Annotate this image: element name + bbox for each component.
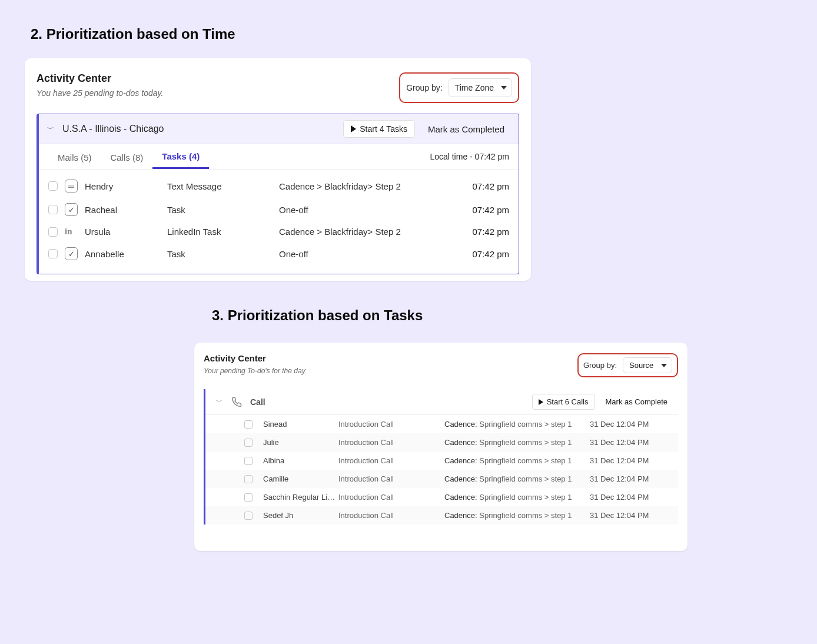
task-check-icon bbox=[65, 203, 78, 216]
contact-name: Annabelle bbox=[85, 249, 167, 259]
table-row: Camille Introduction Call Cadence: Sprin… bbox=[205, 470, 678, 488]
task-type: Text Message bbox=[167, 181, 279, 191]
group-by-select[interactable]: Time Zone bbox=[449, 78, 512, 97]
timezone-group-panel: ﹀ U.S.A - Illinois - Chicago Start 4 Tas… bbox=[36, 114, 519, 274]
call-rows: Sinead Introduction Call Cadence: Spring… bbox=[205, 415, 678, 525]
table-row: Annabelle Task One-off 07:42 pm bbox=[48, 242, 509, 265]
tab-tasks[interactable]: Tasks (4) bbox=[152, 144, 209, 169]
call-type: Introduction Call bbox=[338, 493, 444, 502]
cadence: One-off bbox=[279, 205, 456, 215]
chevron-down-icon[interactable]: ﹀ bbox=[45, 124, 57, 134]
mark-completed-button[interactable]: Mark as Completed bbox=[423, 121, 509, 138]
task-type: Task bbox=[167, 249, 279, 259]
timestamp: 31 Dec 12:04 PM bbox=[590, 438, 672, 447]
group-name: Call bbox=[250, 397, 532, 407]
timestamp: 31 Dec 12:04 PM bbox=[590, 493, 672, 502]
group-by-label: Group by: bbox=[583, 361, 617, 370]
row-checkbox[interactable] bbox=[244, 420, 253, 429]
task-rows: Hendry Text Message Cadence > Blackfrida… bbox=[39, 170, 519, 274]
group-by-highlight: Group by: Time Zone bbox=[399, 72, 519, 103]
contact-name: Racheal bbox=[85, 205, 167, 215]
cadence: Cadence > Blackfriday> Step 2 bbox=[279, 227, 456, 237]
call-type: Introduction Call bbox=[338, 438, 444, 447]
contact-name: Camille bbox=[256, 474, 338, 483]
play-icon bbox=[351, 125, 356, 132]
cadence: Cadence: Springfield comms > step 1 bbox=[444, 438, 590, 447]
local-time-label: Local time - 07:42 pm bbox=[430, 145, 509, 168]
row-checkbox[interactable] bbox=[48, 181, 58, 191]
cadence: Cadence: Springfield comms > step 1 bbox=[444, 493, 590, 502]
task-time: 07:42 pm bbox=[456, 227, 509, 237]
cadence: One-off bbox=[279, 249, 456, 259]
timestamp: 31 Dec 12:04 PM bbox=[590, 474, 672, 483]
start-calls-button[interactable]: Start 6 Calls bbox=[532, 394, 595, 410]
contact-name: Ursula bbox=[85, 227, 167, 237]
table-row: Racheal Task One-off 07:42 pm bbox=[48, 198, 509, 221]
card2-subtitle: Your pending To-do's for the day bbox=[204, 367, 305, 375]
cadence: Cadence: Springfield comms > step 1 bbox=[444, 511, 590, 520]
call-type: Introduction Call bbox=[338, 511, 444, 520]
chevron-down-icon bbox=[501, 86, 507, 89]
section-2-heading: 2. Prioritization based on Time bbox=[31, 26, 235, 42]
cadence: Cadence: Springfield comms > step 1 bbox=[444, 420, 590, 429]
source-group-panel: ﹀ Call Start 6 Calls Mark as Complete Si… bbox=[204, 389, 678, 525]
timestamp: 31 Dec 12:04 PM bbox=[590, 420, 672, 429]
row-checkbox[interactable] bbox=[244, 457, 253, 465]
task-time: 07:42 pm bbox=[456, 249, 509, 259]
group-by-select[interactable]: Source bbox=[623, 357, 672, 373]
tabs-row: Mails (5) Calls (8) Tasks (4) Local time… bbox=[39, 144, 519, 170]
play-icon bbox=[539, 399, 543, 405]
row-checkbox[interactable] bbox=[244, 512, 253, 520]
section-3-heading: 3. Prioritization based on Tasks bbox=[212, 307, 423, 324]
card1-title: Activity Center bbox=[36, 72, 163, 85]
table-row: Hendry Text Message Cadence > Blackfrida… bbox=[48, 174, 509, 198]
cadence: Cadence: Springfield comms > step 1 bbox=[444, 474, 590, 483]
chevron-down-icon[interactable]: ﹀ bbox=[212, 397, 225, 406]
task-type: Task bbox=[167, 205, 279, 215]
contact-name: Sedef Jh bbox=[256, 511, 338, 520]
table-row: in Ursula LinkedIn Task Cadence > Blackf… bbox=[48, 221, 509, 242]
row-checkbox[interactable] bbox=[48, 205, 58, 214]
call-type: Introduction Call bbox=[338, 456, 444, 465]
linkedin-icon: in bbox=[65, 227, 85, 237]
group-by-label: Group by: bbox=[406, 83, 442, 92]
contact-name: Hendry bbox=[85, 181, 167, 191]
card1-subtitle: You have 25 pending to-dos today. bbox=[36, 88, 163, 98]
task-type: LinkedIn Task bbox=[167, 227, 279, 237]
contact-name: Albina bbox=[256, 456, 338, 465]
group-by-value: Time Zone bbox=[455, 83, 494, 92]
chevron-down-icon bbox=[661, 364, 667, 367]
tab-calls[interactable]: Calls (8) bbox=[101, 145, 153, 168]
task-time: 07:42 pm bbox=[456, 181, 509, 191]
contact-name: Sacchin Regular Link... bbox=[256, 493, 338, 502]
row-checkbox[interactable] bbox=[48, 249, 58, 258]
cadence: Cadence: Springfield comms > step 1 bbox=[444, 456, 590, 465]
row-checkbox[interactable] bbox=[48, 227, 58, 237]
timestamp: 31 Dec 12:04 PM bbox=[590, 456, 672, 465]
table-row: Julie Introduction Call Cadence: Springf… bbox=[205, 433, 678, 452]
phone-icon bbox=[231, 397, 242, 407]
tab-mails[interactable]: Mails (5) bbox=[48, 145, 101, 168]
call-type: Introduction Call bbox=[338, 420, 444, 429]
start-tasks-button[interactable]: Start 4 Tasks bbox=[343, 120, 415, 138]
text-message-icon bbox=[65, 180, 78, 192]
row-checkbox[interactable] bbox=[244, 439, 253, 447]
timestamp: 31 Dec 12:04 PM bbox=[590, 511, 672, 520]
row-checkbox[interactable] bbox=[244, 493, 253, 502]
task-time: 07:42 pm bbox=[456, 205, 509, 215]
task-check-icon bbox=[65, 247, 78, 260]
table-row: Albina Introduction Call Cadence: Spring… bbox=[205, 452, 678, 470]
mark-complete-button[interactable]: Mark as Complete bbox=[601, 394, 672, 409]
row-checkbox[interactable] bbox=[244, 475, 253, 483]
activity-center-card-tasks: Activity Center Your pending To-do's for… bbox=[194, 343, 688, 551]
table-row: Sacchin Regular Link... Introduction Cal… bbox=[205, 488, 678, 506]
start-calls-label: Start 6 Calls bbox=[547, 397, 589, 406]
start-tasks-label: Start 4 Tasks bbox=[360, 124, 407, 134]
group-by-highlight: Group by: Source bbox=[577, 353, 678, 377]
table-row: Sinead Introduction Call Cadence: Spring… bbox=[205, 415, 678, 433]
table-row: Sedef Jh Introduction Call Cadence: Spri… bbox=[205, 506, 678, 525]
contact-name: Sinead bbox=[256, 420, 338, 429]
group-by-value: Source bbox=[629, 361, 653, 370]
cadence: Cadence > Blackfriday> Step 2 bbox=[279, 181, 456, 191]
card2-title: Activity Center bbox=[204, 353, 305, 363]
